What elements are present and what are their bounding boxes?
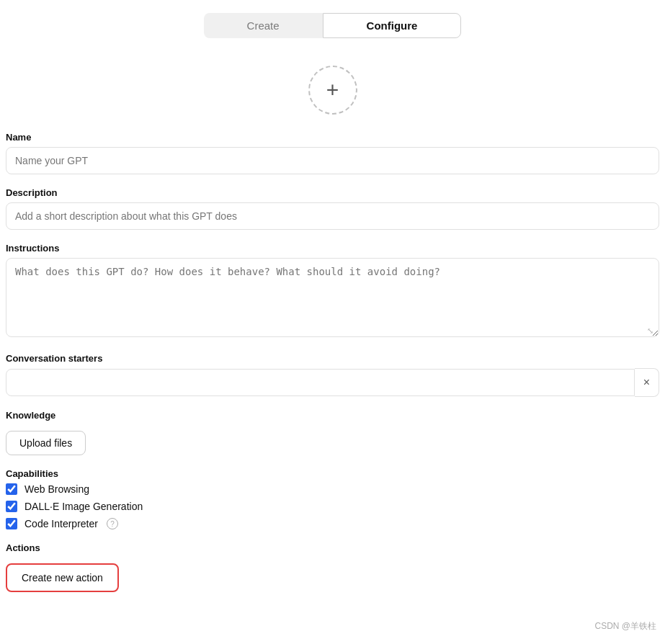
actions-label: Actions [6,542,659,553]
capability-item-dalle: DALL·E Image Generation [6,501,659,512]
page-container: Create Configure + Name Description Inst… [0,0,665,644]
capability-item-web-browsing: Web Browsing [6,483,659,495]
conversation-starter-clear[interactable]: × [635,368,659,397]
add-image-button[interactable]: + [308,66,357,115]
capability-item-code-interpreter: Code Interpreter ? [6,518,659,529]
code-interpreter-checkbox[interactable] [6,518,17,529]
upload-files-button[interactable]: Upload files [6,431,86,455]
code-interpreter-label: Code Interpreter [24,518,98,529]
knowledge-label: Knowledge [6,410,659,421]
conversation-starters-label: Conversation starters [6,353,659,364]
tab-bar: Create Configure [0,0,665,45]
watermark: CSDN @羊铁柱 [594,620,656,632]
dalle-label: DALL·E Image Generation [24,501,143,512]
instructions-wrapper: ⤡ [6,258,659,340]
tab-create[interactable]: Create [204,13,323,38]
create-new-action-button[interactable]: Create new action [6,563,119,592]
form-area: Name Description Instructions ⤡ Conversa… [0,132,665,592]
web-browsing-label: Web Browsing [24,483,89,495]
instructions-section: Instructions ⤡ [6,243,659,340]
conversation-starters-section: Conversation starters × [6,353,659,397]
capabilities-section: Capabilities Web Browsing DALL·E Image G… [6,468,659,529]
conversation-starter-input[interactable] [6,369,635,396]
name-section: Name [6,132,659,174]
capabilities-label: Capabilities [6,468,659,479]
tab-configure[interactable]: Configure [323,13,462,38]
dalle-image-generation-checkbox[interactable] [6,501,17,512]
description-section: Description [6,187,659,230]
description-label: Description [6,187,659,198]
actions-section: Actions Create new action [6,542,659,592]
starter-row: × [6,368,659,397]
name-label: Name [6,132,659,143]
icon-area: + [0,66,665,115]
instructions-textarea[interactable] [6,258,659,337]
description-input[interactable] [6,202,659,230]
knowledge-section: Knowledge Upload files [6,410,659,455]
code-interpreter-info-icon[interactable]: ? [107,518,118,529]
name-input[interactable] [6,147,659,174]
instructions-label: Instructions [6,243,659,254]
web-browsing-checkbox[interactable] [6,483,17,495]
